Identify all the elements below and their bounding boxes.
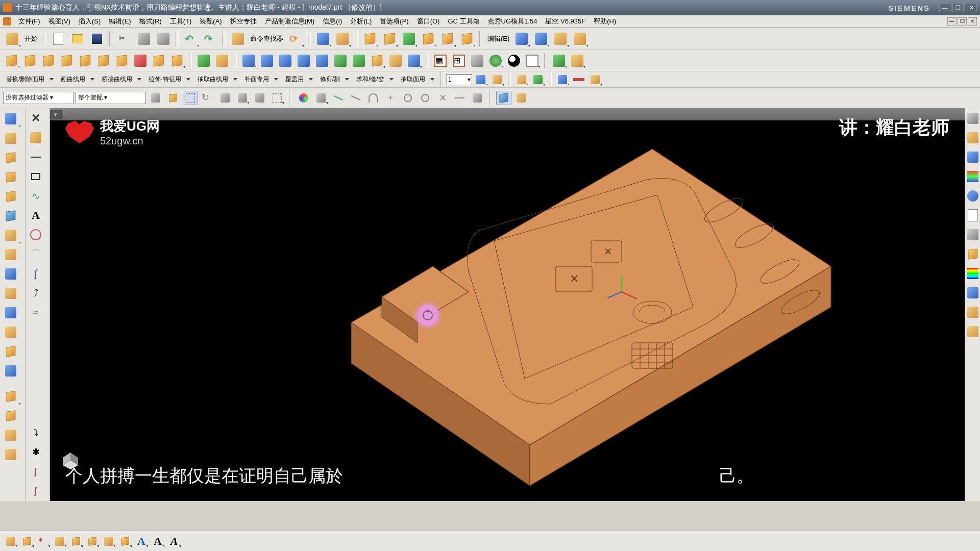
display-cube-button[interactable] [496,91,511,105]
bb-btn3[interactable]: ✦ [36,534,51,548]
layer-number-input[interactable]: 1▾ [447,74,472,85]
sel-btn3-active[interactable] [183,91,198,105]
view-zoom-button[interactable]: ⊞ [450,53,468,69]
surface5-button[interactable] [313,53,331,69]
new-button[interactable] [49,30,67,48]
lr1-cut1-icon[interactable] [1,388,20,405]
assembly-scope-select[interactable]: 整个装配 ▾ [76,92,146,104]
surface1-button[interactable] [240,53,257,69]
lr1-surf6-icon[interactable] [1,362,20,380]
grp-bridge[interactable]: 桥接曲线用 [99,74,135,85]
lr2-pencil-icon[interactable] [27,130,45,146]
shell-button[interactable] [458,30,476,48]
more-feature-button[interactable] [571,30,589,48]
sel-btn5[interactable] [217,91,233,105]
groove-button[interactable] [168,53,186,69]
start-button[interactable] [3,30,21,48]
cylinder-button[interactable] [21,53,39,69]
lr2-rect-icon[interactable] [27,168,45,185]
lr2-tan2-icon[interactable]: ✱ [27,444,45,460]
lr1-cubeb-icon[interactable] [1,207,20,224]
menu-preferences[interactable]: 首选项(P) [376,16,412,27]
menu-yanxiu[interactable]: 燕秀UG模具1.54 [484,16,542,27]
edge-blend-button[interactable] [512,30,531,48]
r3-btn1[interactable] [473,72,488,87]
lr2-tan4-icon[interactable]: ʃ [27,483,45,499]
copy-button[interactable] [135,30,153,48]
trim-button[interactable] [195,53,212,69]
bb-btn1[interactable] [3,534,18,548]
cmd-finder-button[interactable] [229,30,247,48]
snap-btn1[interactable] [296,91,311,105]
rb-help-icon[interactable] [964,323,981,340]
bb-textA2[interactable]: A [150,534,165,548]
pad-button[interactable] [132,53,149,69]
rb-render-icon[interactable] [964,265,981,282]
layer-button[interactable] [569,53,586,69]
wcs-button[interactable] [550,53,568,69]
lr2-curve1-icon[interactable] [27,227,45,243]
surface6-button[interactable] [332,53,349,69]
menu-help[interactable]: 帮助(H) [590,16,620,27]
sel-btn8[interactable] [270,91,285,105]
bb-textA1[interactable]: A [134,534,149,548]
mdi-minimize[interactable]: — [947,17,957,26]
3d-viewport[interactable]: ▾ 我爱UG网 52ugw.cn 讲：耀白老师 个人拼搏一生都仅是在证明自己属於… [50,108,965,501]
boss-button[interactable] [95,53,112,69]
rb-internet-icon[interactable] [964,227,981,243]
lr2-text-icon[interactable]: A [27,207,45,223]
lr1-book-icon[interactable] [1,265,20,283]
bb-btn8[interactable] [117,534,133,548]
bb-btn6[interactable] [85,534,100,548]
sel-btn6[interactable] [235,91,250,105]
bb-btn5[interactable] [68,534,84,548]
rb-layers-icon[interactable] [964,168,981,185]
extrude-button[interactable] [361,30,379,48]
tube-button[interactable] [77,53,94,69]
sketch-button[interactable] [333,30,352,48]
chamfer-button[interactable] [532,30,550,48]
sel-btn7[interactable] [252,91,267,105]
bb-btn7[interactable] [101,534,116,548]
grp-cover[interactable]: 覆盖用 [282,74,307,85]
lr1-surf5-icon[interactable] [1,343,20,360]
lr1-sheet-icon[interactable] [1,227,20,244]
bb-btn2[interactable] [19,534,35,548]
r3-btn7[interactable] [587,72,603,87]
r3-btn6[interactable] [571,72,586,87]
snap-circle1[interactable] [400,91,415,105]
rb-analysis-icon[interactable] [964,285,981,301]
lr1-cube3-icon[interactable] [1,188,20,205]
mdi-close[interactable]: ✕ [968,17,977,26]
paste-button[interactable] [154,30,173,48]
sel-btn1[interactable] [148,91,163,105]
slot-button[interactable] [150,53,167,69]
sphere-button[interactable] [58,53,76,69]
grp-boolean[interactable]: 求和/缝/交 [353,74,387,85]
snap-line1[interactable] [331,91,346,105]
sel-btn2[interactable] [165,91,181,105]
close-button[interactable]: ✕ [966,3,977,12]
snap-cross[interactable]: ✕ [435,91,450,105]
surface3-button[interactable] [277,53,294,69]
redo-button[interactable]: ↷ [201,30,219,48]
rb-history-icon[interactable] [964,207,981,223]
split-button[interactable] [213,53,231,69]
mdi-restore[interactable]: ❐ [958,17,967,26]
viewport-tab[interactable]: ▾ [50,110,62,119]
hole-button[interactable] [400,30,418,48]
rb-materials-icon[interactable] [964,246,981,262]
menu-window[interactable]: 窗口(O) [413,16,444,27]
grp-curve[interactable]: 画曲线用 [58,74,88,85]
measure-button[interactable] [314,30,332,48]
snap-btn2[interactable] [313,91,329,105]
rb-reuse-icon[interactable] [964,188,981,204]
lr1-surf2-icon[interactable] [1,285,20,302]
lr1-cut3-icon[interactable] [1,427,20,444]
menu-edit[interactable]: 编辑(E) [105,16,135,27]
grp-extract[interactable]: 抽取曲线用 [194,74,231,85]
lr2-curve5-icon[interactable]: ≈ [27,304,45,320]
lr1-cube2-icon[interactable] [1,168,20,186]
menu-file[interactable]: 文件(F) [14,16,44,27]
r3-btn4[interactable] [530,72,546,87]
